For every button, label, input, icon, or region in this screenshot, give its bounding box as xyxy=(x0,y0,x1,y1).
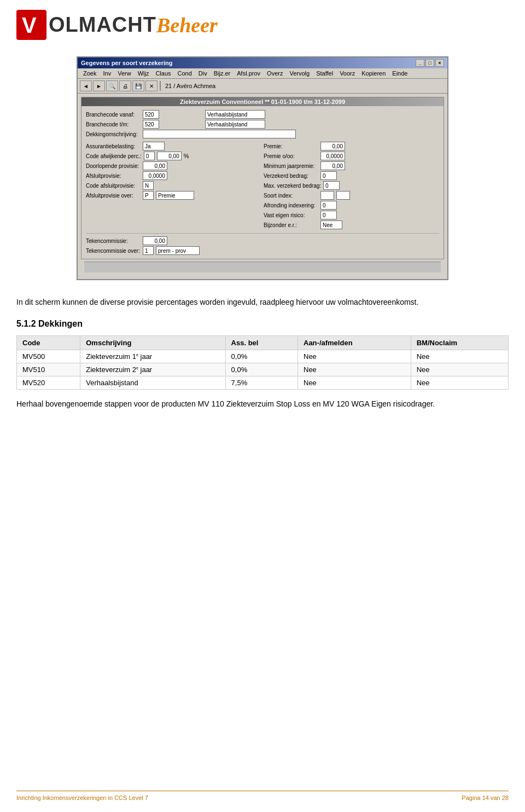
page-footer: Inrichting Inkomensverzekeringen in CCS … xyxy=(16,791,509,801)
print-button[interactable]: 🖨 xyxy=(119,80,131,91)
input-dekkingomschrijving[interactable] xyxy=(143,130,296,138)
logo-v-icon: V xyxy=(16,10,46,40)
table-header-row: Code Omschrijving Ass. bel Aan-/afmelden… xyxy=(17,336,509,350)
menu-kopieren[interactable]: Kopieren xyxy=(358,69,389,77)
cell-bm-noclaim-2: Nee xyxy=(411,376,508,390)
cell-aan-afmelden-2: Nee xyxy=(298,376,411,390)
label-min-jaarpremie: Minimum jaarpremie: xyxy=(264,163,318,169)
page-header: V OLMACHT Beheer xyxy=(0,0,525,45)
input-premie-ooo[interactable] xyxy=(320,152,345,160)
menu-cond[interactable]: Cond xyxy=(174,69,195,77)
label-branchecode-tm: Branchecode t/m: xyxy=(86,121,141,127)
back-button[interactable]: ◄ xyxy=(80,80,92,91)
form-row-branchecode-vanaf: Branchecode vanaf: xyxy=(86,109,439,119)
input-branchecode-tm[interactable] xyxy=(143,120,159,129)
dialog-title-buttons: _ □ × xyxy=(416,59,444,67)
table-header: Code Omschrijving Ass. bel Aan-/afmelden… xyxy=(17,336,509,350)
form-row-doorlopende: Doorlopende provisie: xyxy=(86,161,261,171)
form-row-dekkingomschrijving: Dekkingomschrijving: xyxy=(86,129,439,139)
percent-sign: % xyxy=(184,153,189,159)
label-tekencommissie: Tekencommissie: xyxy=(86,238,141,244)
input-doorlopende[interactable] xyxy=(143,161,167,170)
input-code-afsluit[interactable] xyxy=(143,181,154,190)
cell-omschrijving-0: Ziekteverzuim 1e jaar xyxy=(80,350,225,363)
input-min-jaarpremie[interactable] xyxy=(320,161,345,170)
menu-wijz[interactable]: Wijz xyxy=(135,69,153,77)
input-vast-eigen[interactable] xyxy=(320,211,337,219)
menu-voorz[interactable]: Voorz xyxy=(336,69,358,77)
maximize-button[interactable]: □ xyxy=(425,59,434,67)
label-branchecode-vanaf: Branchecode vanaf: xyxy=(86,112,141,118)
menu-zoek[interactable]: Zoek xyxy=(80,69,100,77)
col-omschrijving: Omschrijving xyxy=(80,336,225,350)
input-tekencommissie[interactable] xyxy=(143,236,167,245)
menu-inv[interactable]: Inv xyxy=(100,69,114,77)
label-premie: Premie: xyxy=(264,143,318,149)
dialog-titlebar: Gegevens per soort verzekering _ □ × xyxy=(78,57,447,68)
cell-bm-noclaim-1: Nee xyxy=(411,363,508,376)
table-row: MV520 Verhaalsbijstand 7,5% Nee Nee xyxy=(17,376,509,390)
input-code-afwijkende-val[interactable] xyxy=(157,152,182,160)
menu-overz[interactable]: Overz xyxy=(264,69,286,77)
input-afronding[interactable] xyxy=(320,201,337,210)
dialog-body: Ziekteverzuim Conventioneel ** 01-01-190… xyxy=(78,94,447,279)
logo: V OLMACHT Beheer xyxy=(16,10,509,40)
input-max-verzekerd[interactable] xyxy=(323,181,340,190)
menu-div[interactable]: Div xyxy=(195,69,211,77)
table-row: MV500 Ziekteverzuim 1e jaar 0,0% Nee Nee xyxy=(17,350,509,363)
label-soort-index: Soort index: xyxy=(264,193,318,199)
menu-staffel[interactable]: Staffel xyxy=(313,69,336,77)
forward-button[interactable]: ► xyxy=(93,80,105,91)
input-bijzonder[interactable] xyxy=(320,221,342,229)
section-heading: 5.1.2 Dekkingen xyxy=(16,319,509,329)
input-afsluitprovisie-over-desc[interactable] xyxy=(156,191,194,200)
menu-einde[interactable]: Einde xyxy=(389,69,411,77)
form-bottom-section: Tekencommissie: Tekencommissie over: xyxy=(86,233,439,256)
form-area: Branchecode vanaf: Branchecode t/m: Dekk… xyxy=(81,106,444,259)
form-row-premie-ooo: Premie o/oo: xyxy=(264,151,439,161)
save-button[interactable]: 💾 xyxy=(132,80,144,91)
input-afsluitprovisie-over-code[interactable] xyxy=(143,191,154,200)
label-verzekerd: Verzekerd bedrag: xyxy=(264,173,318,179)
label-premie-ooo: Premie o/oo: xyxy=(264,153,318,159)
cell-code-1: MV510 xyxy=(17,363,80,376)
form-row-afsluitprovisie-over: Afsluitprovisie over: xyxy=(86,190,261,200)
input-soort-index[interactable] xyxy=(320,191,334,200)
input-tekencommissie-over-code[interactable] xyxy=(143,246,154,255)
cell-aan-afmelden-0: Nee xyxy=(298,350,411,363)
input-assbelasting[interactable] xyxy=(143,142,165,150)
input-soort-index2[interactable] xyxy=(336,191,350,200)
label-tekencommissie-over: Tekencommissie over: xyxy=(86,248,141,254)
menu-verw[interactable]: Verw xyxy=(114,69,134,77)
dialog-menubar: Zoek Inv Verw Wijz Claus Cond Div Bijz.e… xyxy=(78,68,447,79)
label-doorlopende: Doorlopende provisie: xyxy=(86,163,141,169)
search-button[interactable]: 🔍 xyxy=(106,80,118,91)
input-premie[interactable] xyxy=(320,142,345,150)
close-button[interactable]: × xyxy=(435,59,444,67)
inner-panel: Ziekteverzuim Conventioneel ** 01-01-190… xyxy=(81,97,444,259)
dialog-window: Gegevens per soort verzekering _ □ × Zoe… xyxy=(77,56,448,280)
input-branchecode-vanaf-desc[interactable] xyxy=(205,110,265,119)
menu-vervolg[interactable]: Vervolg xyxy=(286,69,313,77)
input-afsluitprovisie[interactable] xyxy=(143,171,167,180)
form-row-branchecode-tm: Branchecode t/m: xyxy=(86,119,439,129)
form-row-tekencommissie: Tekencommissie: xyxy=(86,236,439,246)
menu-bijzer[interactable]: Bijz.er xyxy=(211,69,234,77)
label-assbelasting: Assurantiebelasting: xyxy=(86,143,141,149)
label-dekkingomschrijving: Dekkingomschrijving: xyxy=(86,131,141,137)
delete-button[interactable]: ✕ xyxy=(145,80,158,91)
form-row-afsluitprovisie: Afsluitprovisie: xyxy=(86,171,261,181)
logo-olmacht-text: OLMACHT xyxy=(49,13,156,37)
menu-afslprov[interactable]: Afsl.prov xyxy=(234,69,264,77)
footer-left: Inrichting Inkomensverzekeringen in CCS … xyxy=(16,794,148,801)
input-branchecode-vanaf[interactable] xyxy=(143,110,159,119)
input-tekencommissie-over-desc[interactable] xyxy=(156,246,200,255)
main-content: Gegevens per soort verzekering _ □ × Zoe… xyxy=(0,45,525,432)
menu-claus[interactable]: Claus xyxy=(152,69,174,77)
minimize-button[interactable]: _ xyxy=(416,59,424,67)
form-row-min-jaarpremie: Minimum jaarpremie: xyxy=(264,161,439,171)
input-code-afwijkende[interactable] xyxy=(144,152,155,160)
input-verzekerd[interactable] xyxy=(320,171,337,180)
cell-ass-bel-0: 0,0% xyxy=(225,350,298,363)
input-branchecode-tm-desc[interactable] xyxy=(205,120,265,129)
